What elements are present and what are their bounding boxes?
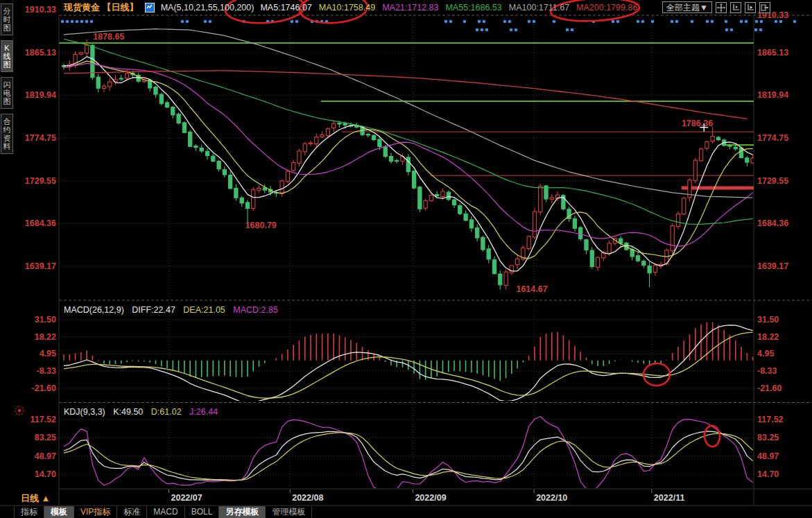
bottom-tab-管理模板[interactable]: 管理模板: [266, 506, 312, 518]
ma-parameters-label: MA(5,10,21,55,100,200): [161, 3, 254, 12]
main-axis-label-right: 1819.94: [757, 90, 788, 100]
kdj-axis-label-right: 48.97: [757, 451, 779, 461]
macd-params-label: MACD(26,12,9): [64, 305, 124, 315]
annotation-circle: [704, 425, 720, 447]
main-axis-label-right: 1729.55: [757, 176, 788, 186]
price-annotation-label: 1614.67: [516, 284, 547, 294]
main-axis-label-left: 1639.17: [25, 261, 56, 271]
play-axis-icon[interactable]: [745, 2, 756, 13]
sidebar-tab-K线图[interactable]: K线图: [1, 40, 13, 72]
macd-histogram: [64, 322, 753, 381]
bottom-tab-另存模板[interactable]: 另存模板: [219, 506, 266, 518]
macd-diff-value: DIFF:22.47: [132, 305, 175, 315]
chart-canvas: 1878.651680.791614.671786.361910.331910.…: [0, 0, 812, 518]
chart-toolbar: 全部主题▼: [662, 1, 770, 13]
ma-legend-item: MA5:1746.07: [260, 3, 311, 12]
bottom-tab-MACD[interactable]: MACD: [147, 506, 184, 518]
price-annotation-label: 1786.36: [682, 119, 713, 128]
kdj-axis-label-right: 14.70: [757, 469, 779, 479]
kdj-j-value: J:26.44: [189, 407, 218, 417]
month-label: 2022/10: [536, 493, 567, 503]
kdj-d-value: D:61.02: [151, 407, 182, 417]
macd-axis-label-left: 18.22: [35, 332, 56, 342]
ma-legend-item: MA10:1758.49: [319, 3, 375, 12]
candlestick-series: [62, 40, 754, 289]
popout-icon[interactable]: [759, 2, 770, 13]
kline-indicator-icon: [145, 3, 155, 12]
ma-legend-item: MA200:1799.86: [576, 3, 637, 12]
period-selector[interactable]: 日线 ▲: [21, 492, 50, 505]
macd-axis-label-left: 31.50: [35, 315, 56, 325]
main-axis-label-left: 1684.36: [25, 218, 56, 228]
kdj-axis-label-left: 14.70: [35, 469, 56, 479]
ma-legend-item: MA21:1712.83: [382, 3, 438, 12]
main-axis-label-right: 1774.75: [757, 133, 788, 143]
kdj-axis-label-left: 83.25: [35, 433, 56, 442]
main-axis-label-left: 1729.55: [25, 176, 56, 186]
main-axis-label-left: 1865.13: [25, 48, 56, 58]
bottom-tab-VIP指标[interactable]: VIP指标: [74, 506, 117, 518]
ma200-line: [64, 71, 747, 119]
macd-axis-label-right: 4.95: [757, 349, 774, 359]
symbol-title: 现货黄金 【日线】: [64, 1, 139, 14]
pane-marker-icon: [15, 406, 24, 415]
main-axis-label-right: 1684.36: [757, 218, 788, 228]
all-themes-dropdown[interactable]: 全部主题▼: [662, 1, 712, 13]
macd-axis-label-right: -8.33: [757, 366, 777, 376]
bottom-tab-bar: 指标模板VIP指标标准MACDBOLL另存模板管理模板: [14, 506, 312, 518]
macd-macd-value: MACD:2.85: [233, 305, 278, 315]
macd-axis-label-left: -21.60: [32, 383, 56, 393]
ma-legend-item: MA55:1686.53: [445, 3, 501, 12]
month-label: 2022/11: [654, 493, 685, 503]
macd-dea-value: DEA:21.05: [183, 305, 225, 315]
bottom-tab-模板[interactable]: 模板: [44, 506, 74, 518]
kdj-axis-label-left: 48.97: [35, 451, 56, 461]
kdj-header: KDJ(9,3,3) K:49.50 D:61.02 J:26.44: [64, 407, 223, 417]
macd-axis-label-right: 31.50: [757, 315, 779, 325]
left-chart-type-sidebar: 分时图K线图闪电图合约资料: [1, 3, 14, 154]
kdj-j-line: [64, 417, 753, 493]
zoom-axis-icon[interactable]: [730, 2, 741, 13]
bottom-tab-标准[interactable]: 标准: [117, 506, 147, 518]
main-axis-label-right: 1639.17: [757, 261, 788, 271]
main-axis-label-left: 1819.94: [25, 90, 56, 100]
macd-header: MACD(26,12,9) DIFF:22.47 DEA:21.05 MACD:…: [64, 305, 284, 315]
price-annotation-label: 1878.65: [93, 32, 124, 42]
kdj-axis-label-left: 117.52: [30, 415, 56, 424]
kdj-k-value: K:49.50: [113, 407, 143, 417]
month-label: 2022/07: [171, 493, 202, 503]
kdj-axis-label-right: 83.25: [757, 433, 779, 442]
sidebar-tab-闪电图[interactable]: 闪电图: [1, 77, 13, 109]
price-annotation-label: 1680.79: [245, 221, 277, 230]
ma-legend: MA5:1746.07MA10:1758.49MA21:1712.83MA55:…: [260, 3, 637, 12]
month-label: 2022/09: [415, 493, 446, 503]
month-label: 2022/08: [292, 493, 323, 503]
main-axis-label-left: 1910.33: [25, 5, 56, 15]
macd-axis-label-right: -21.60: [757, 383, 781, 393]
move-icon[interactable]: [716, 2, 727, 13]
macd-axis-label-left: -8.33: [37, 366, 57, 376]
sidebar-tab-合约资料[interactable]: 合约资料: [1, 114, 13, 154]
bottom-tab-指标[interactable]: 指标: [14, 506, 44, 518]
main-axis-label-right: 1865.13: [757, 48, 788, 58]
macd-axis-label-right: 18.22: [757, 332, 779, 342]
macd-axis-label-left: 4.95: [40, 349, 56, 359]
sidebar-tab-分时图[interactable]: 分时图: [1, 3, 13, 35]
charting-app-window: 1878.651680.791614.671786.361910.331910.…: [0, 0, 812, 518]
kdj-params-label: KDJ(9,3,3): [64, 407, 105, 417]
ma-legend-item: MA100:1711.67: [509, 3, 569, 12]
chart-header: 现货黄金 【日线】 MA(5,10,21,55,100,200) MA5:174…: [64, 1, 637, 14]
bottom-tab-BOLL[interactable]: BOLL: [185, 506, 220, 518]
main-axis-label-left: 1774.75: [25, 133, 56, 143]
kdj-axis-label-right: 117.52: [757, 415, 784, 424]
